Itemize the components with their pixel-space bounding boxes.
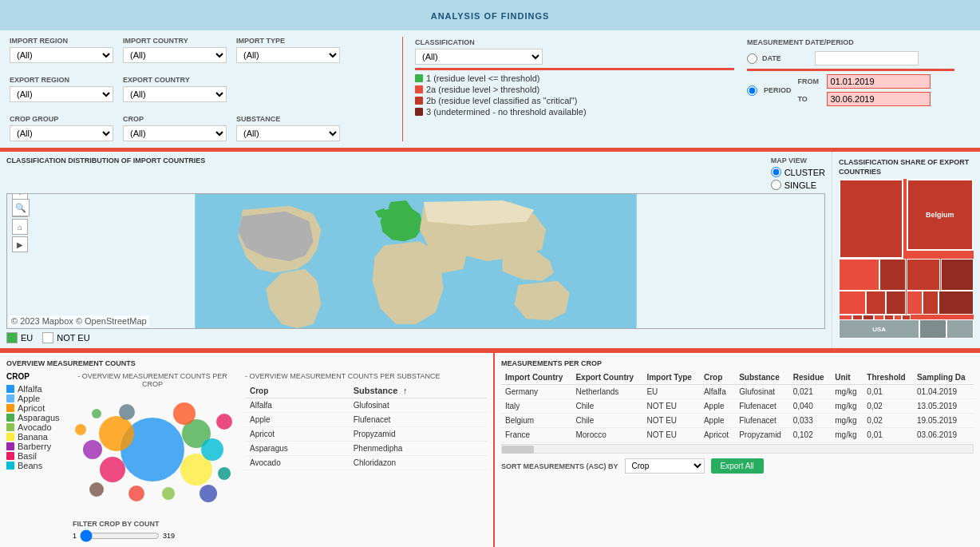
import-region-select[interactable]: (All) — [10, 47, 113, 63]
right-chart-panel: CLASSIFICATION SHARE OF EXPORT COUNTRIES… — [832, 152, 980, 348]
bottom-section: OVERVIEW MEASUREMENT COUNTS CROP Alfalfa… — [0, 351, 980, 547]
meas-col-sampling-da: Sampling Da — [913, 371, 974, 385]
import-type-label: IMPORT TYPE — [236, 37, 340, 45]
date-radio-label: DATE — [762, 54, 810, 62]
substance-crop-cell: Alfalfa — [245, 398, 349, 413]
crop-item-asparagus[interactable]: Asparagus — [6, 413, 66, 422]
col-substance: Substance ↑ — [349, 383, 487, 398]
count-slider[interactable] — [80, 529, 160, 542]
export-region-label: EXPORT REGION — [10, 76, 113, 84]
import-country-cell: Germany — [501, 385, 571, 399]
sort-row: SORT MEASUREMENTS (ASC) BY Crop Export A… — [501, 458, 974, 474]
export-country-cell: Chile — [571, 414, 642, 428]
period-bar — [747, 69, 954, 71]
substance-name-cell: Flufenacet — [349, 413, 487, 427]
left-filters: IMPORT REGION (All) IMPORT COUNTRY (All)… — [10, 37, 389, 141]
substance-table: Crop Substance ↑ AlfalfaGlufosinatAppleF… — [245, 383, 487, 470]
export-all-button[interactable]: Export All — [711, 458, 764, 474]
bubble-12 — [89, 482, 104, 497]
measurements-title: MEASUREMENTS PER CROP — [501, 359, 974, 367]
bubble-4 — [100, 457, 125, 482]
period-radio[interactable] — [747, 85, 757, 96]
classification-select[interactable]: (All) — [415, 49, 543, 65]
crop-dot — [6, 462, 14, 470]
measurements-thead: Import CountryExport CountryImport TypeC… — [501, 371, 974, 385]
crop-dot — [6, 433, 14, 441]
eu-legend: EU NOT EU — [6, 332, 825, 343]
crop-item-apple[interactable]: Apple — [6, 394, 66, 403]
crop-dot — [6, 414, 14, 422]
cluster-option[interactable]: CLUSTER — [771, 167, 825, 177]
bubble-9 — [162, 487, 175, 500]
date-radio[interactable] — [747, 54, 757, 64]
horizontal-scrollbar[interactable] — [501, 444, 974, 454]
treemap-tile-3 — [839, 259, 879, 291]
substance-row: AsparagusPhenmedipha — [245, 442, 487, 456]
single-option[interactable]: SINGLE — [771, 180, 825, 190]
legend-dot-1 — [415, 74, 423, 82]
substance-name-cell: Chloridazon — [349, 456, 487, 470]
crop-name: Alfalfa — [18, 384, 42, 394]
from-input[interactable] — [827, 74, 931, 89]
meas-col-unit: Unit — [831, 371, 863, 385]
sampling-date-cell: 03.06.2019 — [913, 428, 974, 442]
crop-group-select[interactable]: (All) — [10, 125, 113, 141]
single-radio[interactable] — [771, 180, 781, 190]
crop-item-basil[interactable]: Basil — [6, 451, 66, 461]
crop-item-barberry[interactable]: Barberry — [6, 442, 66, 451]
treemap-tile-12 — [939, 291, 974, 315]
substance-crop-cell: Avocado — [245, 456, 349, 470]
import-country-cell: Belgium — [501, 414, 571, 428]
filter-crop-label: FILTER CROP BY COUNT — [73, 520, 160, 528]
crop-select[interactable]: (All) — [123, 125, 227, 141]
expand-button[interactable]: ▶ — [12, 236, 28, 252]
measurements-table-scroll[interactable]: Import CountryExport CountryImport TypeC… — [501, 371, 974, 442]
crop-item-avocado[interactable]: Avocado — [6, 422, 66, 432]
single-label: SINGLE — [784, 180, 816, 190]
right-filters: CLASSIFICATION (All) 1 (residue level <=… — [415, 37, 970, 117]
crop-name: Banana — [18, 432, 48, 442]
to-input[interactable] — [827, 92, 931, 106]
import-country-select[interactable]: (All) — [123, 47, 227, 63]
crop-list: AlfalfaAppleApricotAsparagusAvocadoBanan… — [6, 384, 66, 470]
unit-cell: mg/kg — [831, 385, 863, 399]
crop-item-beans[interactable]: Beans — [6, 461, 66, 470]
date-input[interactable] — [815, 51, 919, 65]
unit-cell: mg/kg — [831, 414, 863, 428]
cluster-radio[interactable] — [771, 167, 781, 177]
threshold-cell: 0,02 — [863, 399, 913, 414]
slider-row: 1 319 — [73, 529, 232, 542]
meas-col-residue: Residue — [789, 371, 832, 385]
meas-col-threshold: Threshold — [863, 371, 913, 385]
eu-color-box — [6, 332, 18, 343]
treemap-tile-5 — [907, 259, 940, 291]
maps-row: CLASSIFICATION DISTRIBUTION OF IMPORT CO… — [0, 152, 980, 351]
crop-item-alfalfa[interactable]: Alfalfa — [6, 384, 66, 394]
import-country-group: IMPORT COUNTRY (All) — [123, 37, 227, 63]
classification-label: CLASSIFICATION — [415, 38, 475, 46]
belgium-label: Belgium — [926, 211, 954, 219]
import-type-select[interactable]: (All) — [236, 47, 340, 63]
export-country-select[interactable]: (All) — [123, 86, 227, 102]
not-eu-color-box — [42, 332, 53, 343]
substance-select[interactable]: (All) — [236, 125, 340, 141]
residue-cell: 0,021 — [789, 385, 832, 399]
crop-dot — [6, 385, 14, 393]
measurement-row: Italy Chile NOT EU Apple Flufenacet 0,04… — [501, 399, 974, 414]
treemap-tile-11 — [923, 291, 939, 315]
not-eu-legend-item: NOT EU — [42, 332, 89, 343]
crop-item-apricot[interactable]: Apricot — [6, 403, 66, 413]
map-search-button[interactable]: 🔍 — [12, 199, 30, 216]
classification-bar — [415, 68, 734, 70]
crop-item-banana[interactable]: Banana — [6, 432, 66, 442]
eu-label: EU — [21, 333, 33, 343]
export-region-select[interactable]: (All) — [10, 86, 113, 102]
home-button[interactable]: ⌂ — [12, 219, 28, 235]
crop-name: Apple — [18, 394, 40, 403]
crop-group-group: CROP GROUP (All) — [10, 115, 113, 141]
bubble-chart-area: - OVERVIEW MEASUREMENT COUNTS PER CROP — [73, 372, 232, 542]
substance-row: AlfalfaGlufosinat — [245, 398, 487, 413]
sort-asc-icon[interactable]: ↑ — [403, 386, 408, 395]
bubble-17 — [92, 409, 101, 418]
sort-select[interactable]: Crop — [625, 458, 705, 474]
